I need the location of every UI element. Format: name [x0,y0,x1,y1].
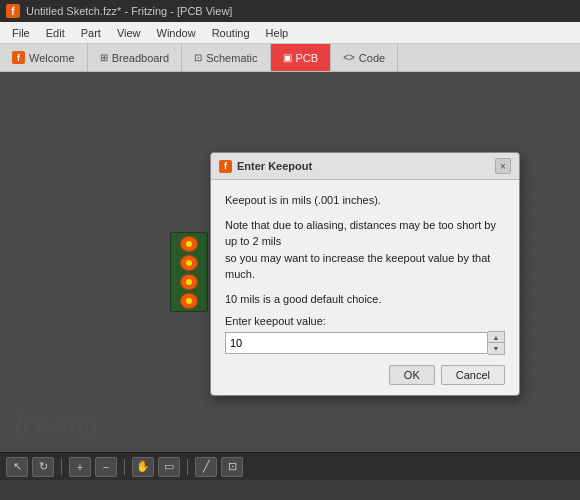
enter-keepout-dialog: f Enter Keepout × Keepout is in mils (.0… [210,152,520,396]
keepout-input[interactable] [225,332,488,354]
wire-tool-button[interactable]: ╱ [195,457,217,477]
tab-code[interactable]: <> Code [331,44,398,71]
menu-part[interactable]: Part [73,25,109,41]
tab-welcome-label: Welcome [29,52,75,64]
dialog-text-line1: Keepout is in mils (.001 inches). [225,192,505,209]
app-icon: f [6,4,20,18]
tab-pcb[interactable]: ▣ PCB [271,44,332,71]
dialog-body: Keepout is in mils (.001 inches). Note t… [211,180,519,395]
pcb-icon: ▣ [283,52,292,63]
tab-welcome[interactable]: f Welcome [0,44,88,71]
dialog-buttons: OK Cancel [225,365,505,385]
zoom-out-button[interactable]: − [95,457,117,477]
menu-file[interactable]: File [4,25,38,41]
tab-bar: f Welcome ⊞ Breadboard ⊡ Schematic ▣ PCB… [0,44,580,72]
trace-tool-button[interactable]: ⊡ [221,457,243,477]
dialog-title: Enter Keepout [237,160,312,172]
tab-code-label: Code [359,52,385,64]
pointer-tool-button[interactable]: ↖ [6,457,28,477]
tab-breadboard-label: Breadboard [112,52,170,64]
pcb-pin-1 [180,236,198,252]
toolbar-separator-2 [124,459,125,475]
tab-schematic[interactable]: ⊡ Schematic [182,44,270,71]
toolbar-separator-1 [61,459,62,475]
tab-pcb-label: PCB [296,52,319,64]
cancel-button[interactable]: Cancel [441,365,505,385]
rotate-tool-button[interactable]: ↻ [32,457,54,477]
pcb-pin-4 [180,293,198,309]
window-title: Untitled Sketch.fzz* - Fritzing - [PCB V… [26,5,232,17]
pcb-component [170,232,208,312]
dialog-title-left: f Enter Keepout [219,160,312,173]
schematic-icon: ⊡ [194,52,202,63]
code-icon: <> [343,52,355,63]
dialog-text-line2: Note that due to aliasing, distances may… [225,217,505,283]
menu-routing[interactable]: Routing [204,25,258,41]
pcb-pin-2 [180,255,198,271]
keepout-spinner: ▲ ▼ [488,331,505,355]
bottom-toolbar: ↖ ↻ + − ✋ ▭ ╱ ⊡ [0,452,580,480]
dialog-input-label: Enter keepout value: [225,315,505,327]
menu-edit[interactable]: Edit [38,25,73,41]
dialog-close-button[interactable]: × [495,158,511,174]
menu-window[interactable]: Window [149,25,204,41]
toolbar-separator-3 [187,459,188,475]
tab-breadboard[interactable]: ⊞ Breadboard [88,44,183,71]
title-bar: f Untitled Sketch.fzz* - Fritzing - [PCB… [0,0,580,22]
ok-button[interactable]: OK [389,365,435,385]
main-canvas[interactable]: fritzing f Enter Keepout × Keepout is in… [0,72,580,452]
fritzing-tab-icon: f [12,51,25,64]
zoom-in-button[interactable]: + [69,457,91,477]
dialog-input-row: ▲ ▼ [225,331,505,355]
dialog-titlebar: f Enter Keepout × [211,153,519,180]
dialog-app-icon: f [219,160,232,173]
spinner-down-button[interactable]: ▼ [488,343,504,354]
menu-help[interactable]: Help [258,25,297,41]
fritzing-watermark: fritzing [14,408,98,440]
pcb-pin-3 [180,274,198,290]
dialog-text-line3: 10 mils is a good default choice. [225,291,505,308]
tab-schematic-label: Schematic [206,52,257,64]
spinner-up-button[interactable]: ▲ [488,332,504,343]
hand-tool-button[interactable]: ✋ [132,457,154,477]
ruler-tool-button[interactable]: ▭ [158,457,180,477]
menu-view[interactable]: View [109,25,149,41]
menu-bar: File Edit Part View Window Routing Help [0,22,580,44]
breadboard-icon: ⊞ [100,52,108,63]
